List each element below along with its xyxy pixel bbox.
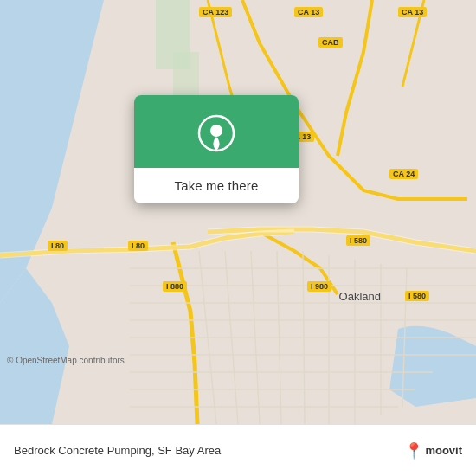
location-name-text: Bedrock Concrete Pumping, SF Bay Area	[14, 444, 221, 457]
svg-rect-2	[173, 52, 199, 95]
road-label-i580a: I 580	[346, 235, 370, 246]
road-label-ca13a: CA 13	[294, 7, 323, 17]
road-label-ca24: CA 24	[389, 169, 418, 179]
popup-header	[134, 95, 299, 168]
map-container: CA 123 CA 13 CA 13 CA 13 CA 24 I 80 I 80…	[0, 0, 476, 424]
moovit-pin-icon: 📍	[404, 441, 423, 460]
svg-point-22	[210, 125, 222, 137]
road-label-i580b: I 580	[405, 291, 429, 301]
location-popup: Take me there	[134, 95, 299, 203]
location-pin-icon	[197, 114, 235, 152]
city-label-oakland: Oakland	[339, 290, 381, 303]
road-label-i980: I 980	[307, 281, 331, 292]
road-label-i880: I 880	[163, 281, 187, 292]
road-label-ca123: CA 123	[199, 7, 232, 17]
road-label-ca13b: CA 13	[398, 7, 427, 17]
attribution-text: © OpenStreetMap contributors	[7, 356, 125, 365]
bottom-bar: Bedrock Concrete Pumping, SF Bay Area 📍 …	[0, 424, 476, 476]
road-label-i80a: I 80	[48, 241, 68, 251]
moovit-brand-text: moovit	[425, 444, 462, 457]
take-me-there-button[interactable]: Take me there	[134, 168, 299, 203]
road-label-i80b: I 80	[128, 241, 148, 251]
road-label-cab: CAB	[318, 37, 343, 48]
moovit-logo: 📍 moovit	[404, 441, 462, 460]
